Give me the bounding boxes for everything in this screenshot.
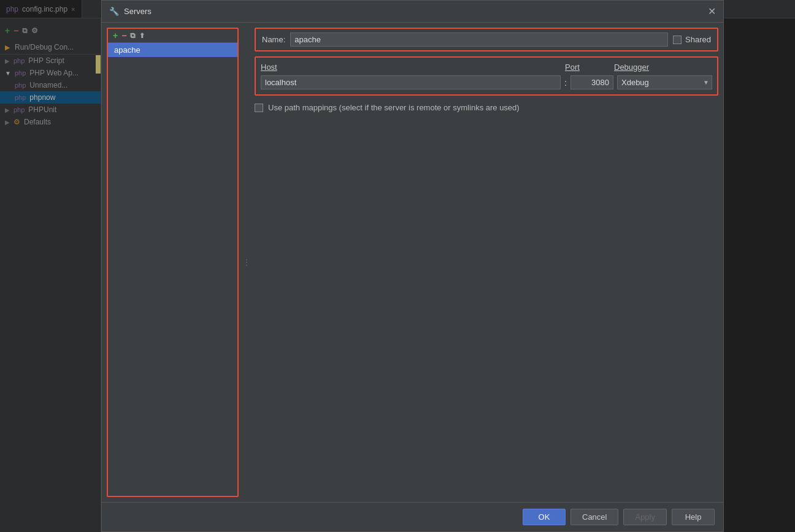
debugger-select[interactable]: Xdebug Zend Debugger None — [618, 76, 712, 89]
port-col-label: Port — [565, 63, 614, 72]
move-server-button[interactable]: ⬆ — [139, 32, 145, 39]
name-shared-row: Name: Shared — [255, 28, 718, 51]
port-input[interactable] — [570, 75, 613, 89]
add-server-button[interactable]: + — [113, 31, 118, 40]
help-button[interactable]: Help — [672, 509, 715, 525]
remove-server-button[interactable]: − — [121, 31, 126, 40]
host-input[interactable] — [261, 75, 561, 89]
server-list-panel: + − ⧉ ⬆ apache — [107, 28, 239, 497]
path-mappings-label: Use path mappings (select if the server … — [268, 103, 520, 112]
dialog-footer: OK Cancel Apply Help — [102, 502, 723, 531]
ok-button[interactable]: OK — [523, 509, 566, 525]
server-list-toolbar: + − ⧉ ⬆ — [108, 29, 237, 43]
dialog-body: + − ⧉ ⬆ apache ⋮ Name: Shared — [102, 23, 723, 502]
host-config-header: Host Port Debugger — [261, 63, 712, 72]
copy-server-button[interactable]: ⧉ — [130, 32, 136, 39]
server-name: apache — [114, 45, 140, 55]
shared-checkbox[interactable] — [673, 36, 682, 44]
debugger-select-wrapper[interactable]: Xdebug Zend Debugger None ▼ — [617, 75, 712, 89]
host-col-label: Host — [261, 63, 565, 72]
server-list: apache — [108, 43, 237, 496]
name-input[interactable] — [290, 32, 668, 47]
server-config-panel: Name: Shared Host Port Debugger : — [250, 23, 723, 502]
dialog-title-area: 🔧 Servers — [109, 7, 152, 16]
name-label: Name: — [262, 35, 285, 44]
debugger-col-label: Debugger — [614, 63, 712, 72]
servers-dialog: 🔧 Servers ✕ + − ⧉ ⬆ apache ⋮ — [101, 0, 724, 532]
dialog-title-text: Servers — [124, 7, 152, 16]
shared-label: Shared — [685, 35, 711, 44]
server-list-item-apache[interactable]: apache — [108, 43, 237, 57]
host-config-inputs: : Xdebug Zend Debugger None ▼ — [261, 75, 712, 89]
dialog-title-icon: 🔧 — [109, 7, 119, 16]
path-mappings-row: Use path mappings (select if the server … — [255, 101, 718, 115]
dialog-close-button[interactable]: ✕ — [708, 7, 716, 17]
shared-row: Shared — [673, 35, 711, 44]
dialog-titlebar: 🔧 Servers ✕ — [102, 1, 723, 23]
host-config-panel: Host Port Debugger : Xdebug Zend Debugge… — [255, 56, 718, 96]
path-mappings-checkbox[interactable] — [255, 104, 263, 112]
colon-separator: : — [564, 78, 567, 88]
apply-button[interactable]: Apply — [623, 509, 667, 525]
divider-handle[interactable]: ⋮ — [244, 23, 250, 502]
cancel-button[interactable]: Cancel — [570, 509, 618, 525]
